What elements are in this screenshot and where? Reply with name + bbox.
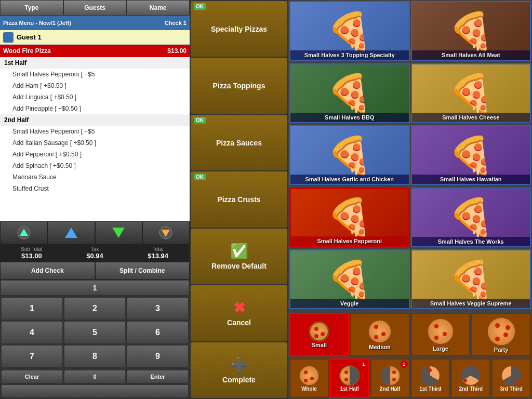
pizza-hawaiian-label: Small Halves Hawaiian [412, 175, 530, 184]
s1-topping: Small Halves Pepperoni [ +$5 [0, 69, 190, 80]
split-whole[interactable]: Whole [289, 358, 329, 398]
left-panel: Type Guests Name Pizza Menu - New/1 (Jef… [0, 0, 190, 399]
size-small[interactable]: Small [289, 313, 349, 356]
pizza-3topping[interactable]: 🍕 Small Halves 3 Topping Specialty [289, 1, 410, 61]
split-2ndhalf[interactable]: 1 2nd Half [370, 358, 410, 398]
scroll-up-button[interactable] [0, 221, 47, 244]
sauces-label: Pizza Sauces [216, 139, 262, 147]
pizza-cheese[interactable]: 🍕 Small Halves Cheese [411, 63, 531, 123]
tax-value: $0.94 [63, 252, 127, 260]
move-up-button[interactable] [47, 221, 95, 244]
num-6-button[interactable]: 6 [127, 321, 189, 344]
action-buttons [0, 221, 190, 244]
pizza-allmeat-label: Small Halves All Meat [412, 50, 530, 60]
num-9-button[interactable]: 9 [127, 345, 189, 368]
pizza-cheese-label: Small Halves Cheese [412, 113, 530, 122]
s1-item1: Add Ham [ +$0.50 ] [0, 80, 190, 91]
total-value: $13.94 [126, 252, 190, 260]
num-3-button[interactable]: 3 [127, 297, 189, 320]
size-medium-label: Medium [369, 344, 391, 350]
move-down-button[interactable] [95, 221, 142, 244]
total-col: Total $13.94 [126, 246, 190, 260]
bottom-controls: Sub Total $13.00 Tax $0.94 Total $13.94 … [0, 221, 190, 399]
ok-badge-specialty: OK [194, 3, 206, 10]
cancel-button[interactable]: ✖ Cancel [191, 285, 287, 341]
pizza-bbq[interactable]: 🍕 Small Halves BBQ [289, 63, 410, 123]
split-3rdthird-label: 3rd Third [500, 386, 522, 392]
pizza-hawaiian[interactable]: 🍕 Small Halves Hawaiian [411, 125, 531, 185]
size-large-pizza [427, 317, 455, 345]
split-2ndthird-label: 2nd Third [459, 386, 483, 392]
subtotal-col: Sub Total $13.00 [0, 246, 63, 260]
size-large-label: Large [433, 345, 448, 352]
pizza-garlic[interactable]: 🍕 Small Halves Garlic and Chicken [289, 125, 410, 185]
clear-button[interactable]: Clear [1, 370, 63, 383]
size-small-label: Small [312, 342, 327, 348]
crust-item: Stuffed Crust [0, 183, 190, 194]
num-8-button[interactable]: 8 [64, 345, 126, 368]
pizza-pepperoni-label: Small Halves Pepperoni [291, 236, 408, 246]
pizza-bbq-label: Small Halves BBQ [290, 113, 409, 122]
tab-guests[interactable]: Guests [63, 0, 127, 16]
s2-item1: Add Italian Sausage [ +$0.50 ] [0, 137, 190, 149]
pizza-allmeat[interactable]: 🍕 Small Halves All Meat [411, 1, 531, 61]
pizza-garlic-label: Small Halves Garlic and Chicken [290, 175, 409, 184]
pizza-sauces-button[interactable]: OK Pizza Sauces [191, 115, 287, 170]
ok-badge-crusts: OK [194, 174, 206, 180]
size-small-pizza [309, 321, 329, 342]
size-party[interactable]: Party [471, 313, 531, 356]
first-half-header: 1st Half [0, 57, 190, 69]
main-order-item[interactable]: Wood Fire Pizza $13.00 [0, 45, 190, 57]
tax-label: Tax [63, 246, 127, 252]
numpad: 1 2 3 4 5 6 7 8 9 [0, 296, 190, 369]
zero-button[interactable]: 0 [64, 370, 126, 383]
split-combine-button[interactable]: Split / Combine [95, 262, 190, 280]
scroll-down-button[interactable] [142, 221, 190, 244]
crusts-label: Pizza Crusts [217, 195, 260, 204]
complete-icon: ➕ [230, 356, 248, 374]
split-1sthalf[interactable]: 1 1st Half [330, 358, 369, 398]
toppings-label: Pizza Toppings [213, 82, 265, 90]
size-medium[interactable]: Medium [350, 313, 410, 356]
totals-row: Sub Total $13.00 Tax $0.94 Total $13.94 [0, 244, 190, 262]
s2-item3: Add Spinach [ +$0.50 ] [0, 160, 190, 171]
tab-type[interactable]: Type [0, 0, 63, 16]
order-info: Pizza Menu - New/1 (Jeff) Check 1 [0, 16, 190, 30]
remove-default-button[interactable]: ✅ Remove Default [191, 229, 287, 284]
pizza-theworks[interactable]: 🍕 Small Halves The Works [411, 188, 531, 247]
num-5-button[interactable]: 5 [64, 321, 126, 344]
split-2ndthird[interactable]: 2nd Third [451, 358, 490, 398]
tab-name[interactable]: Name [126, 0, 190, 16]
split-3rdthird-pizza [501, 365, 522, 386]
split-1stthird[interactable]: 1st Third [411, 358, 450, 398]
tax-col: Tax $0.94 [63, 246, 127, 260]
enter-button[interactable]: Enter [127, 370, 189, 383]
menu-title: Pizza Menu - New/1 (Jeff) [3, 20, 165, 26]
pizza-pepperoni[interactable]: 🍕 Small Halves Pepperoni [289, 188, 410, 247]
pizza-veggiesupreme[interactable]: 🍕 Small Halves Veggie Supreme [411, 249, 531, 309]
pizza-veggie-label: Veggie [290, 299, 409, 308]
split-3rdthird[interactable]: 3rd Third [491, 358, 531, 398]
sauce-item: Marinara Sauce [0, 171, 190, 183]
split-1sthalf-pizza [339, 365, 360, 386]
num-2-button[interactable]: 2 [64, 297, 126, 320]
size-large[interactable]: Large [411, 313, 471, 356]
split-2ndhalf-badge: 1 [401, 361, 408, 368]
num-4-button[interactable]: 4 [1, 321, 63, 344]
complete-button[interactable]: ➕ Complete [191, 342, 287, 398]
num-7-button[interactable]: 7 [1, 345, 63, 368]
add-check-button[interactable]: Add Check [0, 262, 95, 280]
item-name: Wood Fire Pizza [3, 46, 51, 56]
extra-button-row[interactable] [1, 384, 189, 398]
specialty-pizzas-button[interactable]: OK Specialty Pizzas [191, 1, 287, 57]
pizza-toppings-button[interactable]: Pizza Toppings [191, 58, 287, 113]
num-1-button[interactable]: 1 [1, 297, 63, 320]
split-2ndhalf-label: 2nd Half [380, 386, 400, 392]
pizza-crusts-button[interactable]: OK Pizza Crusts [191, 171, 287, 227]
split-1stthird-label: 1st Third [419, 386, 441, 392]
pizza-theworks-label: Small Halves The Works [412, 237, 530, 246]
split-whole-pizza [299, 365, 320, 386]
size-party-label: Party [494, 347, 509, 353]
pizza-veggie[interactable]: 🍕 Veggie [289, 249, 410, 309]
header-tabs: Type Guests Name [0, 0, 190, 16]
